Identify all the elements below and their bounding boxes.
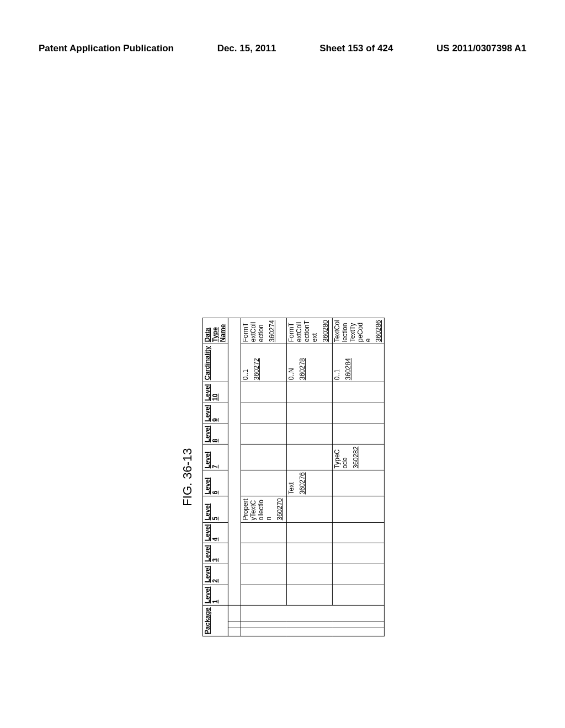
cell-l1	[287, 585, 333, 606]
package-subcol-2	[228, 622, 241, 628]
cell-l8	[241, 424, 287, 445]
data-type-label: FormTextCollectionText	[288, 320, 318, 342]
col-level7: Level 7	[202, 445, 228, 470]
cell-data-type: TextCollectionTextTypeCode 360286	[333, 318, 385, 344]
header-left: Patent Application Publication	[39, 43, 174, 54]
data-type-ref: 360286	[375, 320, 383, 342]
figure-container: FIG. 36-13 Package Level 1 Level 2 Level…	[180, 318, 385, 636]
cardinality-value: 0..1	[334, 346, 342, 380]
data-type-label: FormTextCollection	[242, 320, 265, 342]
col-package: Package	[202, 606, 228, 636]
level6-label: Text	[288, 472, 296, 494]
col-data-type-name: Data Type Name	[202, 318, 228, 344]
cell-l9	[287, 403, 333, 424]
cell-data-type: FormTextCollection 360274	[241, 318, 287, 344]
col-level9: Level 9	[202, 403, 228, 424]
cell-l7	[287, 445, 333, 470]
col-level2: Level 2	[202, 564, 228, 585]
table-row: Text 360276 0..N 360278 FormTextCollecti…	[287, 318, 333, 636]
cell-l7	[241, 445, 287, 470]
cell-l5	[333, 496, 385, 522]
level7-label: TypeCode	[334, 446, 349, 468]
col-level1: Level 1	[202, 585, 228, 606]
header-date: Dec. 15, 2011	[217, 43, 276, 54]
cell-l10	[241, 382, 287, 403]
package-cell-2	[241, 622, 385, 628]
cell-data-type: FormTextCollectionText 360280	[287, 318, 333, 344]
cell-l2	[287, 564, 333, 585]
cardinality-value: 0..N	[288, 346, 296, 380]
cell-l2	[333, 564, 385, 585]
cell-cardinality: 0..1 360284	[333, 344, 385, 382]
package-subcol-1	[228, 628, 241, 636]
cell-l7: TypeCode 360282	[333, 445, 385, 470]
cell-l6	[333, 470, 385, 496]
cell-l1	[241, 585, 287, 606]
cell-cardinality: 0..N 360278	[287, 344, 333, 382]
cell-l10	[287, 382, 333, 403]
cell-l2	[241, 564, 287, 585]
package-cell-3	[241, 606, 385, 622]
cell-l3	[241, 543, 287, 564]
figure-label: FIG. 36-13	[180, 318, 195, 636]
level6-ref: 360276	[299, 472, 307, 494]
subheader-spacer	[228, 318, 241, 606]
level7-ref: 360282	[353, 446, 360, 468]
cell-l1	[333, 585, 385, 606]
header-sheet: Sheet 153 of 424	[319, 43, 393, 54]
cell-l8	[287, 424, 333, 445]
data-type-label: TextCollectionTextTypeCode	[334, 320, 372, 342]
table-row: TypeCode 360282 0..1 360284 TextCollecti…	[333, 318, 385, 636]
cell-l5	[287, 496, 333, 522]
cell-l4	[241, 522, 287, 543]
col-level5: Level 5	[202, 496, 228, 522]
cell-l3	[287, 543, 333, 564]
col-level10: Level 10	[202, 382, 228, 403]
cell-l5: PropertyTextCollection 360270	[241, 496, 287, 522]
col-level3: Level 3	[202, 543, 228, 564]
cell-l4	[333, 522, 385, 543]
cell-l4	[287, 522, 333, 543]
cardinality-value: 0..1	[242, 346, 250, 380]
col-cardinality: Cardinality	[202, 344, 228, 382]
package-subheader-row	[228, 318, 241, 636]
cell-l6: Text 360276	[287, 470, 333, 496]
data-type-ref: 360274	[269, 320, 276, 342]
cell-cardinality: 0..1 360272	[241, 344, 287, 382]
col-level4: Level 4	[202, 522, 228, 543]
table-row: PropertyTextCollection 360270 0..1 36027…	[241, 318, 287, 636]
cardinality-ref: 360272	[253, 358, 261, 380]
data-type-ref: 360280	[322, 320, 329, 342]
cell-l8	[333, 424, 385, 445]
cell-l3	[333, 543, 385, 564]
package-subcol-3	[228, 606, 241, 622]
cardinality-ref: 360284	[345, 358, 353, 380]
package-cell-1	[241, 628, 385, 636]
header-docket: US 2011/0307398 A1	[436, 43, 526, 54]
table-header-row: Package Level 1 Level 2 Level 3 Level 4 …	[202, 318, 228, 636]
cell-l6	[241, 470, 287, 496]
level5-label: PropertyTextCollection	[242, 498, 273, 520]
cardinality-ref: 360278	[299, 358, 307, 380]
cell-l9	[241, 403, 287, 424]
cell-l9	[333, 403, 385, 424]
level5-ref: 360270	[276, 498, 284, 520]
cell-l10	[333, 382, 385, 403]
col-level6: Level 6	[202, 470, 228, 496]
col-level8: Level 8	[202, 424, 228, 445]
data-table: Package Level 1 Level 2 Level 3 Level 4 …	[202, 318, 385, 636]
page-header: Patent Application Publication Dec. 15, …	[0, 43, 565, 54]
